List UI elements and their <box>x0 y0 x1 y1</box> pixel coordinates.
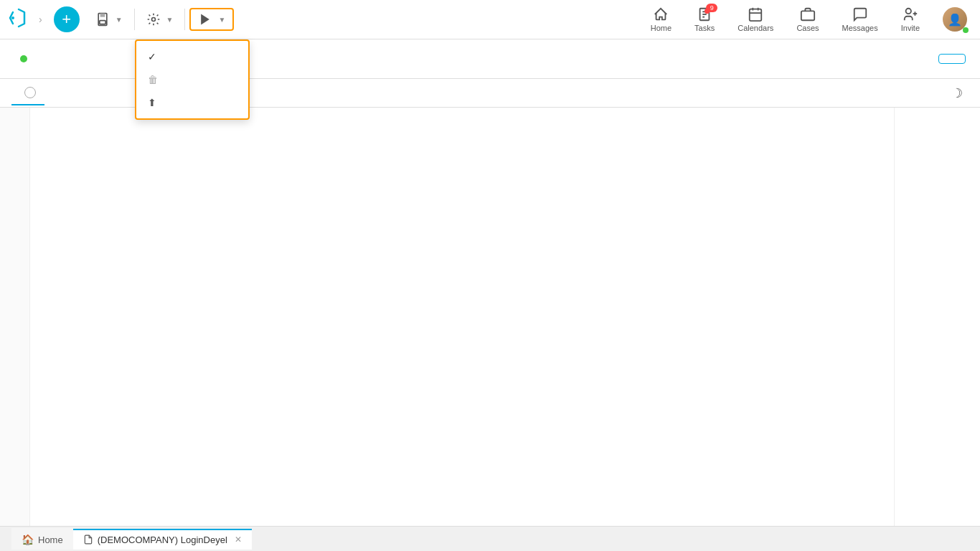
nav-tasks[interactable]: 9 Tasks <box>689 4 720 35</box>
active-status-dot <box>20 55 27 62</box>
svg-marker-5 <box>202 14 210 25</box>
home-icon: 🏠 <box>22 534 34 545</box>
nav-invite-label: Invite <box>901 24 920 32</box>
save-dropdown-arrow[interactable]: ▼ <box>116 16 123 24</box>
preview-button[interactable] <box>938 54 966 64</box>
validate-menu-item[interactable]: ✓ <box>136 45 248 68</box>
context-dropdown-menu: ✓ 🗑 ⬆ <box>135 39 250 120</box>
nav-cases[interactable]: Cases <box>791 4 824 35</box>
line-numbers <box>0 108 30 526</box>
nav-cases-label: Cases <box>796 24 819 32</box>
tab-login-deyel-js[interactable] <box>11 81 44 105</box>
bottom-tab-bar: 🏠 Home (DEMOCOMPANY) LoginDeyel ✕ <box>11 528 252 550</box>
avatar-container[interactable]: 👤 <box>937 4 973 34</box>
tab-info-icon[interactable] <box>24 87 36 98</box>
publish-action[interactable]: ▼ <box>189 8 234 31</box>
file-icon <box>83 534 93 545</box>
add-button[interactable]: + <box>54 6 80 32</box>
title-left <box>14 55 27 62</box>
svg-point-4 <box>151 18 155 22</box>
bottom-tab-logindeyel-label: (DEMOCOMPANY) LoginDeyel <box>98 534 227 545</box>
code-content[interactable] <box>30 108 894 526</box>
export-icon: ⬆ <box>148 97 156 108</box>
nav-invite[interactable]: Invite <box>895 4 925 35</box>
online-status-dot <box>963 27 969 33</box>
delete-menu-item[interactable]: 🗑 <box>136 68 248 91</box>
svg-rect-15 <box>801 11 814 20</box>
bottom-tab-logindeyel[interactable]: (DEMOCOMPANY) LoginDeyel ✕ <box>73 529 252 550</box>
svg-rect-2 <box>100 14 105 17</box>
nav-home[interactable]: Home <box>645 4 677 35</box>
bottom-tab-home-label: Home <box>38 534 63 545</box>
properties-dropdown-arrow[interactable]: ▼ <box>166 16 174 24</box>
nav-calendars-label: Calendars <box>738 24 773 32</box>
status-bar: 🏠 Home (DEMOCOMPANY) LoginDeyel ✕ <box>0 526 980 551</box>
toolbar-divider-2 <box>184 9 185 30</box>
nav-home-label: Home <box>651 24 672 32</box>
toolbar-divider-1 <box>134 9 135 30</box>
dark-mode-toggle[interactable]: ☽ <box>946 83 969 104</box>
minimap-content <box>895 108 980 113</box>
toolbar-left: › + ▼ ▼ <box>7 6 645 32</box>
logo-icon[interactable] <box>7 6 30 32</box>
tasks-badge: 9 <box>706 4 717 12</box>
svg-rect-3 <box>100 21 105 24</box>
minimap <box>894 108 980 526</box>
publish-dropdown-arrow[interactable]: ▼ <box>218 16 225 24</box>
svg-rect-11 <box>750 9 762 22</box>
svg-point-16 <box>905 9 910 14</box>
nav-messages[interactable]: Messages <box>837 4 884 35</box>
toolbar-right: Home 9 Tasks Calendars <box>645 4 973 35</box>
svg-point-0 <box>11 17 14 19</box>
main-toolbar: › + ▼ ▼ <box>0 0 980 39</box>
code-editor <box>0 108 980 526</box>
nav-tasks-label: Tasks <box>694 24 715 32</box>
export-menu-item[interactable]: ⬆ <box>136 91 248 114</box>
bottom-tab-home[interactable]: 🏠 Home <box>11 528 73 550</box>
properties-action[interactable]: ▼ <box>139 8 181 31</box>
save-action[interactable]: ▼ <box>88 8 130 31</box>
tab-close-button[interactable]: ✕ <box>235 534 242 545</box>
nav-messages-label: Messages <box>842 24 878 32</box>
nav-calendars[interactable]: Calendars <box>732 4 779 35</box>
check-icon: ✓ <box>148 51 156 62</box>
nav-forward-icon[interactable]: › <box>36 11 45 28</box>
delete-icon: 🗑 <box>148 74 158 85</box>
